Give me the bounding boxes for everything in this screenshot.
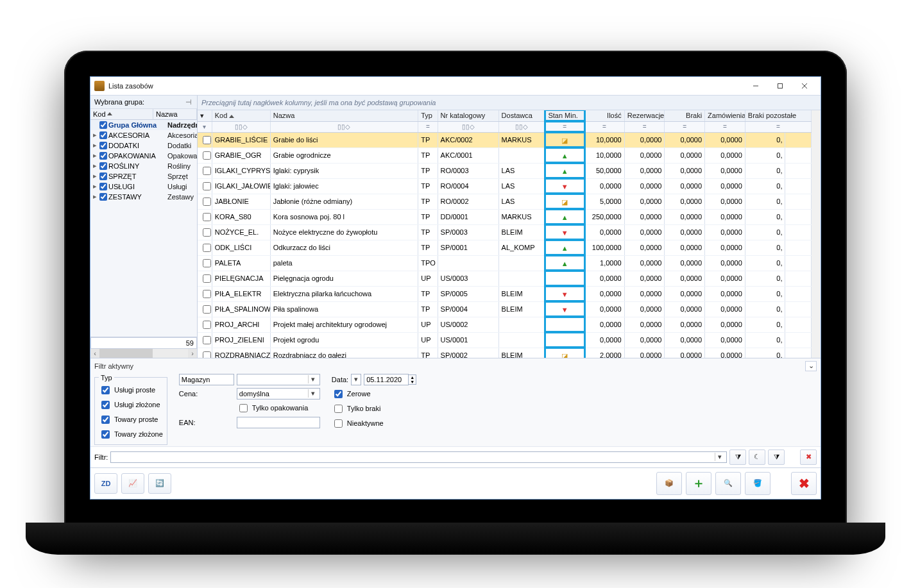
- filter-dost[interactable]: ▯▯◇: [498, 121, 545, 132]
- filter-clear-button[interactable]: ✖: [800, 449, 817, 465]
- tree-row-check[interactable]: [99, 121, 107, 129]
- table-row[interactable]: NOŻYCE_EL.Nożyce elektryczne do żywopłot…: [198, 224, 812, 240]
- col-kod[interactable]: Kod: [212, 110, 270, 122]
- ean-input[interactable]: [237, 417, 320, 428]
- tree-row-check[interactable]: [99, 152, 107, 160]
- cena-combo[interactable]: domyślna▾: [237, 388, 320, 399]
- tree-row[interactable]: ▸ROŚLINYRośliny: [90, 161, 197, 171]
- package-button[interactable]: 📦: [656, 472, 682, 495]
- chart-button[interactable]: 📈: [121, 473, 144, 494]
- filter-panel-collapse[interactable]: ⌄: [805, 361, 817, 371]
- magazyn-label-combo[interactable]: Magazyn: [179, 374, 234, 385]
- tree-row-check[interactable]: [99, 193, 107, 201]
- row-check[interactable]: [203, 259, 211, 267]
- table-row[interactable]: PROJ_ARCHIProjekt małej architektury ogr…: [198, 317, 812, 332]
- nieaktywne-checkbox[interactable]: Nieaktywne: [332, 417, 416, 430]
- row-check[interactable]: [203, 290, 211, 298]
- tree-hscrollbar[interactable]: ‹›: [90, 349, 197, 358]
- col-ilosc[interactable]: Ilość: [584, 110, 625, 122]
- tree-row-check[interactable]: [99, 142, 107, 149]
- table-row[interactable]: PROJ_ZIELENIProjekt ogroduUPUS/00010,000…: [198, 332, 812, 348]
- tree-row[interactable]: Grupa GłównaNadrzędna: [90, 120, 197, 130]
- refresh-button[interactable]: 🔄: [148, 473, 171, 494]
- row-check[interactable]: [203, 244, 211, 252]
- tree-row-check[interactable]: [99, 183, 107, 190]
- row-check[interactable]: [203, 305, 211, 314]
- tree-row[interactable]: ▸USŁUGIUsługi: [90, 181, 197, 192]
- table-row[interactable]: ODK_LIŚCIOdkurzacz do liściTPSP/0001AL_K…: [198, 240, 812, 255]
- grid-vscrollbar[interactable]: [812, 110, 821, 358]
- filter-expression-combo[interactable]: ▾: [110, 451, 727, 463]
- filter-typ[interactable]: =: [418, 121, 438, 132]
- bucket-button[interactable]: 🪣: [745, 472, 771, 495]
- tylko-opakowania-checkbox[interactable]: Tylko opakowania: [237, 402, 320, 414]
- table-row[interactable]: PALETApaletaTPO▲1,00000,00000,00000,0000…: [198, 255, 812, 271]
- filter-moon-button[interactable]: ☾: [749, 449, 765, 465]
- minimize-button[interactable]: [744, 79, 768, 93]
- table-row[interactable]: JABŁONIEJabłonie (różne odmiany)TPRO/000…: [198, 194, 812, 209]
- row-check[interactable]: [203, 136, 211, 144]
- row-check[interactable]: [203, 336, 211, 344]
- table-row[interactable]: IGLAKI_JAŁOWIECIglaki: jałowiecTPRO/0004…: [198, 178, 812, 194]
- add-button[interactable]: ＋: [686, 472, 711, 495]
- tylko-braki-checkbox[interactable]: Tylko braki: [332, 403, 416, 415]
- typ-checkbox[interactable]: Usługi proste: [99, 384, 163, 396]
- filter-stan[interactable]: =: [545, 121, 584, 132]
- col-braki-pozostale[interactable]: Braki pozostałe: [745, 110, 811, 122]
- table-row[interactable]: PIŁA_SPALINOWAPiła spalinowaTPSP/0004BLE…: [198, 301, 812, 317]
- tree-col-kod[interactable]: Kod: [90, 109, 153, 119]
- pin-icon[interactable]: ⊣: [185, 98, 193, 106]
- table-row[interactable]: GRABIE_LIŚCIEGrabie do liściTPAKC/0002MA…: [198, 132, 812, 147]
- resource-grid[interactable]: ▾ Kod Nazwa Typ Nr katalogowy Dostawca S…: [198, 110, 812, 358]
- group-by-bar[interactable]: Przeciągnij tutaj nagłówek kolumny, jeśl…: [198, 96, 821, 110]
- table-row[interactable]: PIŁA_ELEKTRElektryczna pilarka łańcuchow…: [198, 286, 812, 301]
- row-check[interactable]: [203, 151, 211, 160]
- filter-brpoz[interactable]: =: [745, 121, 811, 132]
- col-checkbox[interactable]: ▾: [198, 110, 212, 122]
- col-rezerwacje[interactable]: Rezerwacje: [624, 110, 665, 122]
- filter-edit-button[interactable]: ⧩: [768, 449, 785, 465]
- search-button[interactable]: 🔍: [715, 472, 741, 495]
- row-check[interactable]: [203, 182, 211, 190]
- close-button[interactable]: [792, 79, 817, 93]
- col-stan-min[interactable]: Stan Min.: [545, 110, 584, 122]
- col-typ[interactable]: Typ: [418, 110, 438, 122]
- filter-nazwa[interactable]: ▯▯◇: [270, 121, 418, 132]
- group-tree[interactable]: Grupa GłównaNadrzędna▸AKCESORIAAkcesoria…: [90, 120, 197, 337]
- tree-row[interactable]: ▸AKCESORIAAkcesoria: [90, 130, 197, 140]
- magazyn-combo[interactable]: ▾: [237, 374, 320, 385]
- zerowe-checkbox[interactable]: Zerowe: [332, 388, 416, 400]
- row-check[interactable]: [203, 321, 211, 329]
- filter-braki[interactable]: =: [665, 121, 705, 132]
- col-braki[interactable]: Braki: [665, 110, 705, 122]
- filter-kod[interactable]: ▯▯◇: [212, 121, 270, 132]
- table-row[interactable]: GRABIE_OGRGrabie ogrodniczeTPAKC/0001▲10…: [198, 147, 812, 163]
- row-check[interactable]: [203, 197, 211, 206]
- col-dost[interactable]: Dostawca: [498, 110, 545, 122]
- tree-row-check[interactable]: [99, 162, 107, 170]
- row-check[interactable]: [203, 228, 211, 237]
- tree-row[interactable]: ▸SPRZĘTSprzęt: [90, 171, 197, 181]
- maximize-button[interactable]: [768, 79, 792, 93]
- filter-rez[interactable]: =: [624, 121, 665, 132]
- tree-row[interactable]: ▸DODATKIDodatki: [90, 140, 197, 151]
- row-check[interactable]: [203, 167, 211, 175]
- filter-apply-button[interactable]: ⧩: [729, 449, 746, 465]
- filter-ilosc[interactable]: =: [584, 121, 625, 132]
- row-check[interactable]: [203, 351, 211, 358]
- zd-button[interactable]: ZD: [94, 473, 117, 494]
- delete-button[interactable]: ✖: [791, 472, 817, 495]
- typ-checkbox[interactable]: Usługi złożone: [99, 399, 163, 411]
- typ-checkbox[interactable]: Towary proste: [99, 414, 163, 426]
- tree-row[interactable]: ▸OPAKOWANIAOpakowania: [90, 151, 197, 161]
- table-row[interactable]: KORA_S80Kora sosnowa poj. 80 lTPDD/0001M…: [198, 209, 812, 224]
- table-row[interactable]: ROZDRABNIACZRozdrabniacz do gałęziTPSP/0…: [198, 348, 812, 358]
- col-kat[interactable]: Nr katalogowy: [438, 110, 498, 122]
- data-input[interactable]: ▲▼: [364, 374, 416, 385]
- tree-row-check[interactable]: [99, 172, 107, 180]
- tree-footer-count[interactable]: [90, 337, 197, 349]
- tree-col-nazwa[interactable]: Nazwa: [153, 109, 197, 119]
- row-check[interactable]: [203, 274, 211, 283]
- table-row[interactable]: IGLAKI_CYPRYSIglaki: cyprysikTPRO/0003LA…: [198, 163, 812, 178]
- data-toggle[interactable]: ▾: [351, 374, 361, 385]
